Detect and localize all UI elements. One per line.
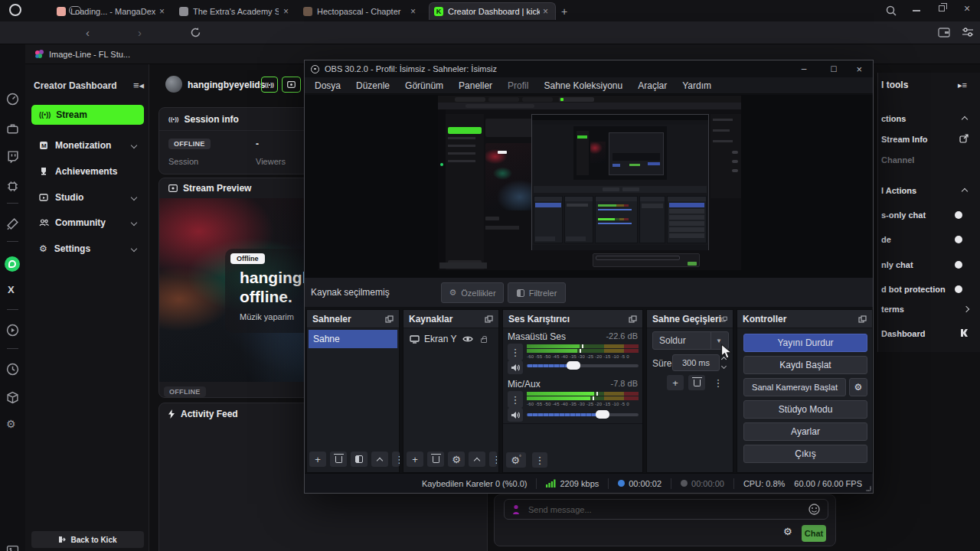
chip-icon[interactable]	[6, 180, 19, 193]
bookmark-fl-studio[interactable]: Image-Line - FL Stu...	[34, 49, 130, 59]
popout-icon[interactable]	[485, 315, 493, 323]
forward-icon[interactable]: ›	[138, 26, 142, 39]
menu-duzenle[interactable]: Düzenle	[349, 78, 397, 93]
mixer-ch1-mute-button[interactable]	[508, 360, 523, 374]
external-link-icon[interactable]	[959, 134, 969, 143]
start-virtual-camera-button[interactable]: Sanal Kamerayı Başlat	[743, 378, 846, 396]
menu-gorunum[interactable]: Görünüm	[398, 78, 450, 93]
add-transition-button[interactable]: +	[667, 375, 684, 390]
settings-button[interactable]: Ayarlar	[743, 422, 867, 441]
remove-source-button[interactable]	[427, 452, 444, 467]
mixer-more-button[interactable]: ⋮	[532, 452, 547, 468]
mixer-ch1-volume-slider[interactable]	[527, 364, 639, 367]
channel-row[interactable]: Channel	[881, 155, 914, 165]
banned-terms-row[interactable]: terms	[881, 305, 904, 314]
source-properties-button[interactable]: ⚙	[448, 452, 465, 467]
popout-icon[interactable]	[629, 315, 637, 323]
sidebar-item-achievements[interactable]: Achievements	[31, 161, 144, 181]
chevron-right-icon[interactable]	[963, 306, 969, 312]
preview-button[interactable]	[282, 77, 301, 93]
lock-icon[interactable]	[481, 338, 487, 343]
properties-button[interactable]: ⚙ Özellikler	[441, 282, 504, 303]
settings-gear-icon[interactable]: ⚙	[6, 418, 16, 430]
obs-minimize-icon[interactable]: –	[792, 64, 816, 74]
go-live-button[interactable]: ((•))	[261, 77, 278, 93]
extensions-cube-icon[interactable]	[6, 391, 19, 404]
sidebar-item-studio[interactable]: Studio	[31, 187, 144, 207]
menu-sahne-koleksiyonu[interactable]: Sahne Koleksiyonu	[537, 78, 629, 93]
scene-filters-button[interactable]	[351, 452, 368, 467]
chat-send-button[interactable]: Chat	[802, 525, 826, 542]
tab-hectopascal[interactable]: Hectopascal - Chapter 85 - ×	[299, 2, 423, 20]
menu-yardim[interactable]: Yardım	[675, 78, 718, 93]
browser-logo-icon[interactable]	[9, 4, 21, 16]
sidebar-item-monetization[interactable]: M Monetization	[31, 135, 144, 155]
history-clock-icon[interactable]	[6, 363, 19, 376]
spin-down-icon[interactable]	[721, 364, 727, 369]
menu-araclar[interactable]: Araçlar	[631, 78, 674, 93]
filters-button[interactable]: Filtreler	[508, 282, 566, 303]
tune-sliders-icon[interactable]	[962, 27, 974, 38]
close-window-icon[interactable]: ×	[964, 2, 970, 15]
tab-close-icon[interactable]: ×	[281, 6, 291, 17]
move-source-up-button[interactable]	[469, 452, 485, 467]
back-to-kick-button[interactable]: Back to Kick	[31, 531, 144, 548]
minimize-window-icon[interactable]	[913, 10, 920, 11]
obs-close-icon[interactable]: ×	[851, 64, 867, 75]
back-icon[interactable]: ‹	[86, 26, 90, 39]
speed-dial-icon[interactable]	[6, 93, 19, 106]
obs-titlebar[interactable]: OBS 30.2.0 - Profil: İsimsiz - Sahneler:…	[305, 60, 873, 77]
chat-input[interactable]	[527, 504, 802, 515]
tab-mangadex[interactable]: Loading... - MangaDex ×	[52, 2, 172, 20]
mixer-ch1-menu-button[interactable]: ⋮	[508, 344, 523, 360]
sidebar-collapse-icon[interactable]: ≡◂	[133, 80, 144, 91]
new-tab-button[interactable]: +	[561, 5, 567, 18]
resize-grip[interactable]	[865, 485, 871, 491]
sources-more-button[interactable]: ⋮	[489, 452, 497, 467]
images-icon[interactable]	[6, 544, 19, 551]
menu-profil[interactable]: Profil	[501, 78, 535, 93]
restore-window-icon[interactable]	[939, 5, 945, 11]
start-recording-button[interactable]: Kaydı Başlat	[743, 356, 867, 374]
sidebar-item-stream[interactable]: ((•)) Stream	[31, 105, 144, 125]
virtual-camera-settings-button[interactable]: ⚙	[849, 378, 867, 396]
chat-settings-gear-icon[interactable]: ⚙	[783, 526, 792, 537]
transition-select[interactable]: Soldur ▼	[652, 331, 729, 350]
tab-kick-dashboard[interactable]: K Creator Dashboard | kick ×	[429, 2, 556, 20]
reload-icon[interactable]	[190, 27, 201, 38]
twitch-icon[interactable]	[6, 150, 19, 163]
remove-transition-button[interactable]	[688, 375, 705, 390]
menu-paneller[interactable]: Paneller	[452, 78, 499, 93]
search-icon[interactable]	[886, 5, 897, 16]
scene-item-selected[interactable]: Sahne	[309, 330, 397, 348]
emoji-icon[interactable]	[808, 504, 820, 515]
scenes-more-button[interactable]: ⋮	[392, 452, 400, 467]
tab-close-icon[interactable]: ×	[157, 6, 167, 17]
wallet-icon[interactable]	[938, 28, 950, 37]
popout-icon[interactable]	[385, 315, 394, 323]
menu-dosya[interactable]: Dosya	[308, 78, 348, 93]
stream-info-row[interactable]: Stream Info	[881, 135, 928, 144]
sidebar-item-settings[interactable]: ⚙ Settings	[31, 239, 144, 259]
x-twitter-icon[interactable]: X	[8, 284, 15, 295]
source-item[interactable]: Ekran Y	[405, 330, 498, 348]
tool-icon[interactable]	[6, 217, 19, 230]
studio-mode-button[interactable]: Stüdyo Modu	[743, 400, 867, 419]
move-scene-up-button[interactable]	[371, 452, 388, 467]
tab-close-icon[interactable]: ×	[541, 6, 550, 17]
stop-streaming-button[interactable]: Yayını Durdur	[743, 334, 867, 352]
remove-scene-button[interactable]	[330, 452, 347, 467]
mod-dashboard-row[interactable]: Dashboard	[881, 329, 925, 338]
avatar[interactable]	[165, 76, 182, 93]
mixer-ch2-volume-slider[interactable]	[527, 413, 639, 416]
whatsapp-icon[interactable]	[5, 256, 20, 272]
popout-icon[interactable]	[858, 315, 867, 323]
play-circle-icon[interactable]	[6, 324, 19, 337]
eye-visible-icon[interactable]	[462, 335, 473, 343]
mixer-ch2-mute-button[interactable]	[508, 408, 523, 422]
kick-k-icon[interactable]	[959, 328, 969, 337]
toolbox-icon[interactable]	[6, 122, 19, 135]
tab-close-icon[interactable]: ×	[408, 6, 418, 17]
exit-button[interactable]: Çıkış	[743, 445, 867, 463]
transition-more-button[interactable]: ⋮	[710, 375, 727, 390]
